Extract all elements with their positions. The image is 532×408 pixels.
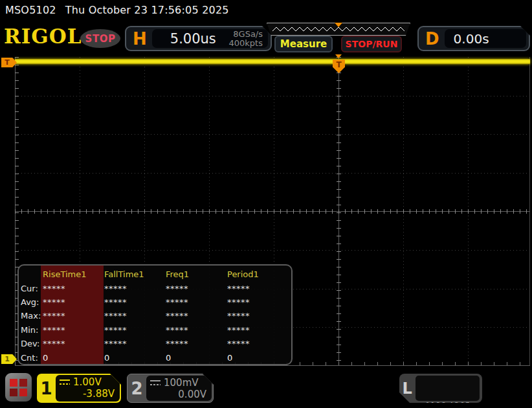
stop-run-button[interactable]: STOP/RUN xyxy=(341,36,402,52)
logic-analyzer-label: L xyxy=(399,374,416,403)
channel2-scale: 100mV xyxy=(164,377,199,389)
column-header: Period1 xyxy=(227,267,287,281)
column-header: FallTime1 xyxy=(104,267,166,281)
trigger-position-arrow-icon xyxy=(335,54,342,58)
row-label: Avg: xyxy=(21,295,43,309)
acquisition-info: 8GSa/s 400kpts xyxy=(229,30,263,48)
table-cell: ***** xyxy=(227,309,287,323)
four-squares-icon xyxy=(10,379,27,396)
timebase-value: 5.00us xyxy=(170,31,229,47)
table-cell: ***** xyxy=(227,323,287,337)
row-label: Min: xyxy=(21,323,43,337)
digital-channels-row1: 0 1 2 3 4 5 6 7 xyxy=(416,399,480,408)
measurement-table: RiseTime1 FallTime1 Freq1 Period1 Cur: *… xyxy=(17,264,293,365)
digital-channel-list: 0 1 2 3 4 5 6 7 8 9 10 11 12 13 14 15 xyxy=(416,376,480,401)
row-label: Max: xyxy=(21,309,43,323)
table-cell: ***** xyxy=(227,281,287,295)
table-cell: ***** xyxy=(104,281,166,295)
table-cell: ***** xyxy=(104,323,166,337)
column-header: RiseTime1 xyxy=(43,267,104,281)
table-cell: ***** xyxy=(43,295,104,309)
horizontal-label: H xyxy=(133,30,147,47)
model-name: MSO5102 xyxy=(5,4,56,16)
channel1-scale: 1.00V xyxy=(73,376,102,388)
table-corner xyxy=(21,267,43,281)
table-cell: ***** xyxy=(104,295,166,309)
horizontal-inner: 5.00us 8GSa/s 400kpts xyxy=(152,29,268,48)
grid-hline xyxy=(15,134,530,135)
channel1-trace xyxy=(15,59,530,64)
table-cell: ***** xyxy=(166,309,227,323)
channel2-badge[interactable]: 2 100mV 0.00V xyxy=(127,374,214,403)
channel2-offset: 0.00V xyxy=(150,389,206,400)
table-cell: ***** xyxy=(43,281,104,295)
table-cell: ***** xyxy=(43,337,104,350)
grid-hline xyxy=(15,96,530,96)
table-cell: 0 xyxy=(166,350,227,364)
preview-trigger-position-icon[interactable] xyxy=(335,23,342,27)
dc-coupling-icon xyxy=(150,380,161,385)
preview-waveform-path xyxy=(272,27,405,31)
channel2-number: 2 xyxy=(127,374,146,402)
table-cell: ***** xyxy=(227,295,287,309)
table-cell: ***** xyxy=(166,337,227,350)
dc-coupling-icon xyxy=(60,380,70,385)
table-cell: ***** xyxy=(43,323,104,337)
table-cell: ***** xyxy=(166,323,227,337)
horizontal-settings-panel[interactable]: H 5.00us 8GSa/s 400kpts xyxy=(125,26,272,51)
table-cell: ***** xyxy=(104,309,166,323)
measurement-grid: RiseTime1 FallTime1 Freq1 Period1 Cur: *… xyxy=(21,267,291,365)
row-label: Cur: xyxy=(21,281,43,295)
logic-analyzer-badge[interactable]: L 0 1 2 3 4 5 6 7 8 9 10 11 12 13 14 15 xyxy=(399,374,482,403)
delay-inner: 0.00s xyxy=(445,29,526,48)
grid-hline xyxy=(15,173,530,174)
delay-panel[interactable]: D 0.00s xyxy=(417,26,530,51)
channel1-number: 1 xyxy=(37,374,56,403)
grid-bottom-edge xyxy=(15,365,530,366)
rigol-logo: RIGOL xyxy=(4,25,82,48)
measure-button[interactable]: Measure xyxy=(274,36,333,52)
sample-rate: 8GSa/s xyxy=(229,30,263,39)
datetime: Thu October 23 17:56:05 2025 xyxy=(65,4,229,16)
channel1-values: 1.00V -3.88V xyxy=(56,375,120,402)
table-cell: ***** xyxy=(104,337,166,350)
delay-label: D xyxy=(425,30,439,47)
table-cell: 0 xyxy=(104,350,166,364)
table-cell: ***** xyxy=(166,281,227,295)
channel1-badge[interactable]: 1 1.00V -3.88V xyxy=(37,374,121,403)
quick-menu-icon[interactable] xyxy=(5,373,32,402)
table-cell: 0 xyxy=(43,350,104,364)
table-cell: 0 xyxy=(227,350,287,364)
run-status-badge[interactable]: STOP xyxy=(80,29,120,48)
grid-hline xyxy=(15,250,530,251)
column-header: Freq1 xyxy=(166,267,227,281)
table-cell: ***** xyxy=(227,337,287,350)
table-cell: ***** xyxy=(166,295,227,309)
grid-center-hticks xyxy=(15,209,530,214)
row-label: Cnt: xyxy=(21,350,43,364)
titlebar: MSO5102Thu October 23 17:56:05 2025 xyxy=(5,4,229,16)
channel1-offset: -3.88V xyxy=(60,388,115,400)
channel2-values: 100mV 0.00V xyxy=(146,376,212,401)
table-cell: ***** xyxy=(43,309,104,323)
row-label: Dev: xyxy=(21,337,43,350)
oscilloscope-screen: MSO5102Thu October 23 17:56:05 2025 RIGO… xyxy=(0,0,532,408)
delay-value: 0.00s xyxy=(454,31,489,47)
memory-depth: 400kpts xyxy=(229,39,263,48)
